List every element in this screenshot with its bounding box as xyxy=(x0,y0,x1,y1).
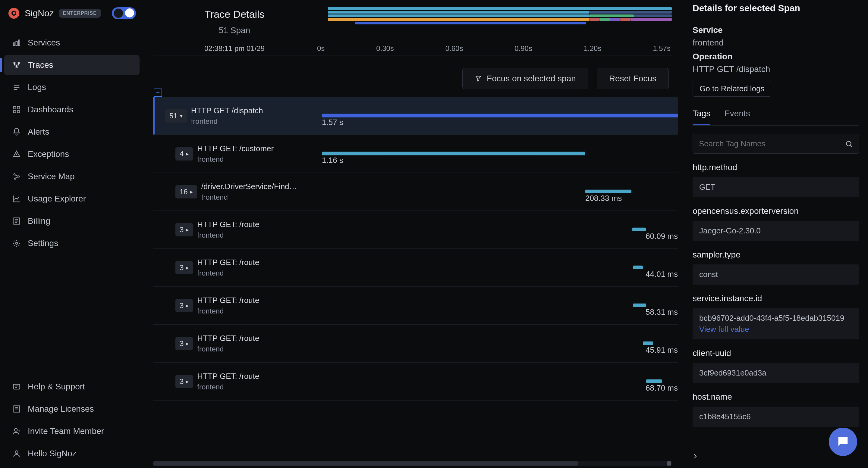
tag-value: const xyxy=(692,264,859,285)
span-row[interactable]: 3 ▸HTTP GET: /routefrontend45.91 ms xyxy=(153,325,678,363)
span-service: frontend xyxy=(201,193,297,201)
trace-title: Trace Details xyxy=(153,8,316,20)
sidebar-item-services[interactable]: Services xyxy=(4,33,140,53)
span-count-pill[interactable]: 4 ▸ xyxy=(176,147,193,161)
sidebar-item-label: Billing xyxy=(28,216,50,226)
span-timeline: 60.09 ms xyxy=(322,211,678,248)
tag-search-button[interactable] xyxy=(839,134,859,154)
sidebar-footer: Help & SupportManage LicensesInvite Team… xyxy=(0,372,144,468)
footer-icon xyxy=(12,404,21,413)
svg-rect-11 xyxy=(13,110,16,113)
tag-search-input[interactable] xyxy=(692,134,839,154)
view-full-value-link[interactable]: View full value xyxy=(699,325,852,334)
related-logs-button[interactable]: Go to Related logs xyxy=(692,81,771,97)
sidebar-item-dashboards[interactable]: Dashboards xyxy=(4,99,140,120)
expand-all-button[interactable]: + xyxy=(154,89,162,97)
sidebar-nav: ServicesTracesLogsDashboardsAlertsExcept… xyxy=(0,27,144,260)
tag-key: host.name xyxy=(692,392,859,402)
chat-fab-button[interactable] xyxy=(829,428,857,456)
span-row[interactable]: 3 ▸HTTP GET: /routefrontend58.31 ms xyxy=(153,287,678,325)
sidebar-item-label: Dashboards xyxy=(28,105,73,114)
span-duration: 208.33 ms xyxy=(585,194,622,203)
sidebar-item-settings[interactable]: Settings xyxy=(4,233,140,254)
details-collapse-button[interactable] xyxy=(691,452,699,460)
scrollbar-thumb[interactable] xyxy=(153,461,578,466)
sidebar-item-label: Settings xyxy=(28,238,58,248)
span-count-pill[interactable]: 16 ▸ xyxy=(176,185,197,198)
span-row[interactable]: 4 ▸HTTP GET: /customerfrontend1.16 s xyxy=(153,135,678,173)
svg-point-22 xyxy=(846,141,851,146)
sidebar-footer-manage-licenses[interactable]: Manage Licenses xyxy=(4,399,140,419)
details-tabs: Tags Events xyxy=(692,109,859,126)
span-bar xyxy=(632,227,646,231)
caret-icon: ▾ xyxy=(180,113,183,119)
tag-value: c1b8e45155c6 xyxy=(692,407,859,427)
trace-span-count: 51 Span xyxy=(153,26,316,35)
caret-icon: ▸ xyxy=(186,378,189,385)
minimap-segment xyxy=(589,18,599,21)
sidebar: SigNoz ENTERPRISE ServicesTracesLogsDash… xyxy=(0,0,144,468)
sidebar-footer-label: Help & Support xyxy=(28,382,85,392)
span-name: /driver.DriverService/Find… xyxy=(201,182,297,191)
svg-rect-18 xyxy=(13,384,20,389)
reset-focus-button[interactable]: Reset Focus xyxy=(597,68,669,89)
sidebar-footer-hello-signoz[interactable]: Hello SigNoz xyxy=(4,443,140,464)
span-timeline: 44.01 ms xyxy=(322,249,678,287)
sidebar-item-service-map[interactable]: Service Map xyxy=(4,166,140,187)
nav-icon xyxy=(12,38,21,47)
span-count-pill[interactable]: 3 ▸ xyxy=(176,261,193,274)
brand-logo-icon xyxy=(8,7,20,19)
minimap-segment xyxy=(589,14,634,17)
span-count-pill[interactable]: 3 ▸ xyxy=(176,337,193,350)
tab-tags[interactable]: Tags xyxy=(692,109,710,125)
reset-focus-label: Reset Focus xyxy=(609,74,656,83)
span-timeline: 1.16 s xyxy=(322,135,678,173)
main: Trace Details 51 Span 02:38:11 pm 01/29 … xyxy=(144,0,868,468)
svg-point-13 xyxy=(14,174,16,175)
sidebar-item-logs[interactable]: Logs xyxy=(4,77,140,98)
sidebar-item-alerts[interactable]: Alerts xyxy=(4,122,140,142)
sidebar-item-traces[interactable]: Traces xyxy=(4,55,140,75)
caret-icon: ▸ xyxy=(186,151,189,157)
sidebar-footer-help-support[interactable]: Help & Support xyxy=(4,376,140,397)
span-count-pill[interactable]: 3 ▸ xyxy=(176,299,193,312)
span-count-pill[interactable]: 3 ▸ xyxy=(176,375,193,388)
tag-key: service.instance.id xyxy=(692,294,859,303)
focus-selected-button[interactable]: Focus on selected span xyxy=(462,68,588,89)
span-service: frontend xyxy=(197,155,274,164)
span-service: frontend xyxy=(197,307,259,315)
trace-header: Trace Details 51 Span xyxy=(144,0,681,35)
span-service: frontend xyxy=(191,117,263,126)
span-row[interactable]: 3 ▸HTTP GET: /routefrontend68.70 ms xyxy=(153,363,678,401)
service-label: Service xyxy=(692,25,859,35)
sidebar-footer-invite-team-member[interactable]: Invite Team Member xyxy=(4,421,140,441)
horizontal-scrollbar[interactable] xyxy=(153,461,672,466)
tab-events[interactable]: Events xyxy=(724,109,750,125)
span-row[interactable]: 16 ▸/driver.DriverService/Find…frontend2… xyxy=(153,173,678,211)
span-name: HTTP GET: /route xyxy=(197,258,259,267)
minimap-segment xyxy=(599,18,610,21)
tag-block: opencensus.exporterversionJaeger-Go-2.30… xyxy=(692,206,859,241)
span-row[interactable]: 51 ▾HTTP GET /dispatchfrontend1.57 s xyxy=(153,97,678,135)
span-name: HTTP GET /dispatch xyxy=(191,106,263,115)
sidebar-item-exceptions[interactable]: Exceptions xyxy=(4,144,140,164)
minimap-segment xyxy=(589,11,672,13)
theme-toggle[interactable] xyxy=(112,7,136,19)
span-duration: 44.01 ms xyxy=(646,270,678,279)
sidebar-item-billing[interactable]: Billing xyxy=(4,211,140,231)
span-name: HTTP GET: /route xyxy=(197,296,259,305)
footer-icon xyxy=(12,449,21,458)
tag-block: host.namec1b8e45155c6 xyxy=(692,392,859,427)
span-count-pill[interactable]: 3 ▸ xyxy=(176,223,193,236)
sidebar-item-label: Usage Explorer xyxy=(28,194,86,204)
span-row[interactable]: 3 ▸HTTP GET: /routefrontend44.01 ms xyxy=(153,249,678,287)
span-count-pill[interactable]: 51 ▾ xyxy=(165,109,187,123)
span-duration: 68.70 ms xyxy=(646,383,678,393)
tag-block: sampler.typeconst xyxy=(692,250,859,285)
span-service: frontend xyxy=(197,231,259,239)
span-row[interactable]: 3 ▸HTTP GET: /routefrontend60.09 ms xyxy=(153,211,678,249)
sidebar-item-usage-explorer[interactable]: Usage Explorer xyxy=(4,189,140,209)
tag-value: Jaeger-Go-2.30.0 xyxy=(692,221,859,241)
scrollbar-end[interactable] xyxy=(667,461,671,466)
trace-minimap[interactable] xyxy=(328,4,672,35)
